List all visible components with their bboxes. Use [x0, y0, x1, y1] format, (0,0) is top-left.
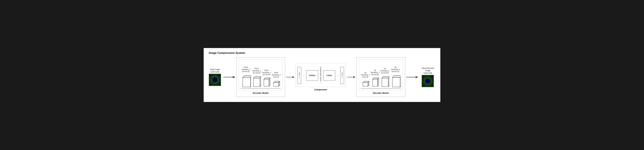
- decoder-block-2-label: UpSampling_216×16×64: [370, 69, 380, 76]
- svg-marker-26: [388, 76, 390, 87]
- inflate-box: Inflate: [323, 70, 335, 81]
- encoder-divider: [241, 88, 281, 89]
- svg-rect-11: [274, 83, 278, 86]
- svg-marker-10: [269, 78, 270, 86]
- output-image-label: Reconstructed Image (128×128): [420, 67, 435, 74]
- input-image-label: Input Image (128×128): [210, 68, 220, 73]
- output-vector-label: 1×2048: [341, 72, 343, 78]
- decoder-box: UpSampling_18×8×32 UpSampling_216×16×64: [356, 57, 405, 97]
- svg-marker-25: [382, 76, 390, 78]
- encoder-block-3: DownSampling_316×16×64: [262, 69, 271, 87]
- encoder-block-2: DownSampling_232×32×64: [252, 67, 261, 87]
- svg-rect-27: [392, 77, 400, 87]
- encoder-block-4-label: DownSampling_48×8×32: [272, 72, 281, 78]
- output-vector-rect: 1×2048: [340, 67, 344, 84]
- arrow-to-decoder: [347, 75, 356, 80]
- input-eye-image: [209, 74, 221, 86]
- decoder-block-1: UpSampling_18×8×32: [361, 72, 370, 87]
- compressor-label: Compressor: [314, 88, 327, 91]
- arrow-to-output: [406, 74, 418, 81]
- svg-marker-1: [233, 76, 235, 78]
- encoder-cubes-row: DownSampling_164×64×32: [241, 61, 281, 87]
- svg-marker-17: [353, 76, 356, 78]
- decoder-inner-box: UpSampling_18×8×32 UpSampling_216×16×64: [359, 59, 403, 91]
- decoder-block-4-label: UpSampling_464×64×32: [391, 66, 400, 73]
- encoder-block-1-label: DownSampling_164×64×32: [242, 66, 250, 73]
- diagram-row: Input Image (128×128) DownSampling_164×6…: [209, 57, 435, 97]
- svg-rect-5: [254, 78, 260, 87]
- encoder-block-4: DownSampling_48×8×32: [272, 72, 281, 87]
- encoder-block-3-label: DownSampling_316×16×64: [262, 69, 271, 76]
- arrow-to-encoder: [223, 74, 235, 81]
- svg-rect-24: [382, 78, 388, 87]
- compressed-vector-label: Compressed Vector: [320, 67, 322, 82]
- svg-marker-6: [254, 76, 261, 78]
- decoder-block-4: UpSampling_464×64×32: [390, 66, 401, 87]
- input-vector-label: 1×2048: [298, 72, 300, 78]
- svg-rect-18: [363, 83, 368, 86]
- svg-marker-23: [378, 78, 379, 86]
- svg-marker-28: [392, 75, 401, 77]
- output-eye-image: [422, 75, 434, 87]
- arrow-to-compressor: [286, 75, 294, 80]
- svg-rect-8: [264, 79, 269, 86]
- deflate-box: Deflate: [306, 70, 318, 81]
- svg-rect-21: [372, 79, 378, 86]
- decoder-label: Decoder Model: [359, 92, 403, 94]
- system-title: Image Compression System: [209, 52, 435, 55]
- encoder-block-1: DownSampling_164×64×32: [241, 66, 251, 87]
- decoder-block-3-label: UpSampling_332×32×64: [380, 67, 390, 74]
- input-image-section: Input Image (128×128): [209, 68, 221, 86]
- arrow-deflate: →: [302, 74, 305, 77]
- input-vector-rect: 1×2048: [298, 67, 301, 84]
- output-image-section: Reconstructed Image (128×128): [420, 67, 435, 87]
- encoder-box: DownSampling_164×64×32: [236, 57, 285, 97]
- svg-marker-3: [243, 75, 251, 77]
- svg-rect-2: [243, 77, 250, 87]
- compressor-section: 1×2048 → Deflate Compressed Vector → Inf…: [296, 63, 346, 91]
- decoder-block-1-label: UpSampling_18×8×32: [361, 72, 370, 78]
- decoder-divider: [361, 88, 401, 89]
- compressed-vector-section: Compressed Vector →: [320, 67, 322, 84]
- encoder-inner-box: DownSampling_164×64×32: [239, 59, 282, 91]
- decoder-block-3: UpSampling_332×32×64: [380, 67, 390, 87]
- svg-marker-31: [416, 76, 418, 78]
- svg-marker-7: [260, 76, 261, 87]
- svg-marker-15: [292, 76, 294, 78]
- arrow-after-inflate: →: [336, 74, 339, 77]
- encoder-block-2-label: DownSampling_232×32×64: [252, 67, 261, 74]
- decoder-block-2: UpSampling_216×16×64: [370, 69, 380, 87]
- decoder-cubes-row: UpSampling_18×8×32 UpSampling_216×16×64: [361, 61, 401, 87]
- arrow-inflate: →: [320, 82, 322, 84]
- encoder-label: Encoder Model: [239, 92, 282, 94]
- main-diagram-container: Image Compression System Input Image (12…: [203, 48, 441, 102]
- compressor-inner: 1×2048 → Deflate Compressed Vector → Inf…: [296, 63, 346, 87]
